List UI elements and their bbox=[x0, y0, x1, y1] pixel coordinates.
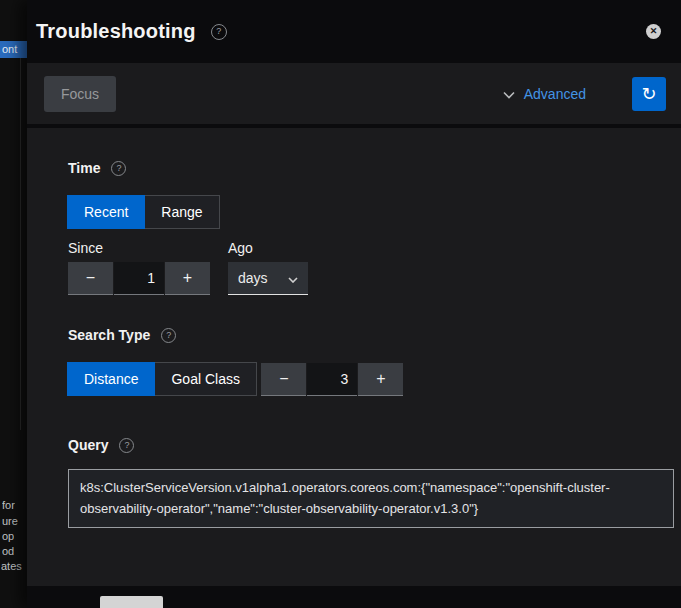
search-type-label: Search Type bbox=[68, 327, 150, 343]
toggle-recent[interactable]: Recent bbox=[67, 195, 145, 229]
advanced-link[interactable]: Advanced bbox=[524, 86, 586, 102]
search-type-help-icon[interactable]: ? bbox=[161, 328, 176, 343]
background-text-fragment: op bbox=[2, 530, 14, 542]
focus-button[interactable]: Focus bbox=[44, 76, 116, 112]
background-text-fragment: ates bbox=[1, 560, 22, 572]
since-increment-button[interactable]: + bbox=[165, 262, 210, 295]
since-label: Since bbox=[68, 240, 211, 256]
toggle-distance[interactable]: Distance bbox=[67, 362, 155, 396]
since-stepper: − 1 + bbox=[68, 262, 211, 295]
troubleshooting-drawer: Troubleshooting ? ✕ Focus Advanced ↻ Tim… bbox=[27, 0, 681, 608]
background-text-fragment: ure bbox=[2, 515, 18, 527]
query-textarea[interactable]: k8s:ClusterServiceVersion.v1alpha1.opera… bbox=[68, 469, 674, 528]
minus-icon: − bbox=[279, 370, 288, 388]
background-text-fragment: od bbox=[2, 545, 14, 557]
query-help-icon[interactable]: ? bbox=[119, 438, 134, 453]
background-text-fragment: ont bbox=[0, 41, 27, 58]
close-button[interactable]: ✕ bbox=[642, 20, 665, 43]
since-column: Since − 1 + bbox=[68, 240, 211, 295]
query-label-row: Query ? bbox=[68, 437, 681, 453]
minus-icon: − bbox=[86, 269, 95, 287]
plus-icon: + bbox=[183, 269, 192, 287]
background-button-fragment bbox=[100, 596, 163, 608]
toolbar-right: Advanced ↻ bbox=[503, 77, 666, 111]
ago-select-value: days bbox=[238, 270, 268, 286]
time-label: Time bbox=[68, 160, 100, 176]
distance-decrement-button[interactable]: − bbox=[261, 363, 306, 396]
search-type-label-row: Search Type ? bbox=[68, 327, 681, 343]
since-decrement-button[interactable]: − bbox=[68, 262, 113, 295]
background-divider bbox=[20, 56, 21, 430]
time-inputs-row: Since − 1 + Ago days bbox=[68, 240, 681, 295]
troubleshooting-form: Time ? Recent Range Since − 1 + bbox=[27, 128, 681, 586]
distance-stepper: − 3 + bbox=[261, 363, 404, 396]
distance-value[interactable]: 3 bbox=[307, 363, 357, 396]
chevron-down-icon[interactable] bbox=[503, 85, 515, 103]
time-label-row: Time ? bbox=[68, 160, 681, 176]
time-help-icon[interactable]: ? bbox=[111, 161, 126, 176]
ago-select[interactable]: days bbox=[228, 262, 308, 295]
since-value[interactable]: 1 bbox=[114, 262, 164, 295]
toggle-range[interactable]: Range bbox=[144, 195, 219, 229]
drawer-header: Troubleshooting ? ✕ bbox=[27, 0, 681, 63]
refresh-button[interactable]: ↻ bbox=[632, 77, 666, 111]
query-label: Query bbox=[68, 437, 108, 453]
ago-label: Ago bbox=[228, 240, 308, 256]
times-circle-icon: ✕ bbox=[646, 24, 661, 39]
toggle-goal-class[interactable]: Goal Class bbox=[154, 362, 256, 396]
distance-increment-button[interactable]: + bbox=[358, 363, 403, 396]
time-toggle-group: Recent Range bbox=[68, 195, 220, 229]
search-type-toggle-group: Distance Goal Class bbox=[68, 362, 257, 396]
sync-icon: ↻ bbox=[641, 85, 656, 103]
ago-column: Ago days bbox=[228, 240, 308, 295]
title-help-icon[interactable]: ? bbox=[211, 24, 227, 40]
caret-down-icon bbox=[288, 270, 298, 286]
page-title: Troubleshooting bbox=[36, 20, 196, 43]
toolbar: Focus Advanced ↻ bbox=[27, 63, 681, 124]
plus-icon: + bbox=[376, 370, 385, 388]
background-text-fragment: for bbox=[2, 499, 15, 511]
